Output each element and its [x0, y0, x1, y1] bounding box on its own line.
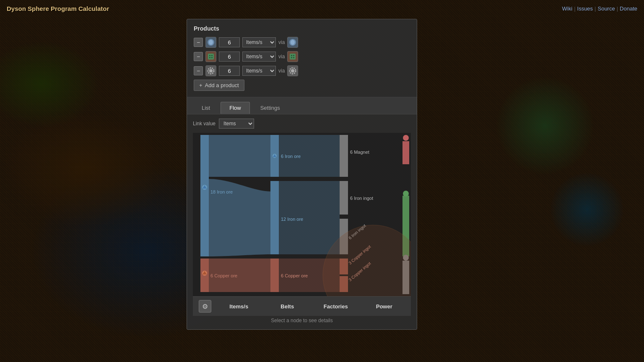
product-qty-1[interactable] — [219, 37, 240, 47]
product-row-2: − Items/sBeltsFactories via — [194, 51, 410, 62]
product-icon-1[interactable] — [205, 37, 216, 48]
svg-rect-29 — [340, 135, 348, 177]
header: Dyson Sphere Program Calculator Wiki | I… — [0, 0, 644, 17]
add-product-label: Add a product — [205, 82, 239, 88]
svg-rect-23 — [270, 181, 279, 254]
svg-point-16 — [291, 69, 294, 72]
tab-settings[interactable]: Settings — [252, 102, 289, 114]
product-via-icon-1[interactable] — [287, 37, 298, 48]
flow-section: Link value ItemsBeltsFactories 18 Iron o… — [187, 114, 417, 329]
product-row-1: − Items/sBeltsFactories via — [194, 37, 410, 48]
svg-point-14 — [209, 69, 213, 72]
link-value-row: Link value ItemsBeltsFactories — [193, 119, 411, 129]
footer-belts-header: Belts — [267, 303, 309, 310]
svg-rect-11 — [293, 55, 294, 56]
svg-rect-8 — [211, 57, 213, 58]
svg-text:6 Magnet: 6 Magnet — [350, 150, 369, 155]
product-icon-3[interactable] — [205, 65, 216, 76]
svg-point-1 — [209, 40, 213, 45]
product-via-icon-2[interactable] — [287, 51, 298, 62]
product-row-3: − Items/sBeltsFactories via — [194, 65, 410, 76]
via-label-3: via — [278, 68, 285, 74]
via-label-2: via — [278, 54, 285, 59]
add-product-button[interactable]: + Add a product — [194, 80, 244, 91]
svg-rect-7 — [209, 57, 210, 58]
flow-svg: 18 Iron ore 6 Iron ore 12 Iron ore 6 Cop… — [193, 133, 411, 296]
footer-status-text: Select a node to see details — [193, 316, 411, 325]
tabs-bar: List Flow Settings — [187, 98, 417, 114]
wiki-link[interactable]: Wiki — [562, 5, 573, 12]
product-unit-2[interactable]: Items/sBeltsFactories — [242, 52, 276, 62]
sep-1: | — [574, 5, 575, 12]
footer-power-header: Power — [364, 303, 405, 310]
issues-link[interactable]: Issues — [577, 5, 593, 12]
header-links: Wiki | Issues | Source | Donate — [562, 5, 637, 12]
products-title: Products — [194, 25, 410, 32]
footer-gear-icon: ⚙ — [202, 303, 208, 310]
main-panel: Products − Items/sBeltsFactories via − — [187, 19, 417, 330]
donate-link[interactable]: Donate — [620, 5, 637, 12]
svg-rect-9 — [290, 54, 296, 59]
flow-diagram[interactable]: 18 Iron ore 6 Iron ore 12 Iron ore 6 Cop… — [193, 133, 411, 296]
remove-product-3[interactable]: − — [194, 66, 203, 75]
product-via-icon-3[interactable] — [287, 65, 298, 76]
svg-rect-27 — [270, 259, 279, 292]
remove-product-1[interactable]: − — [194, 38, 203, 47]
footer-items-header: Items/s — [218, 303, 260, 310]
product-icon-2[interactable] — [205, 51, 216, 62]
svg-rect-19 — [200, 135, 209, 256]
remove-product-2[interactable]: − — [194, 52, 203, 61]
tab-flow[interactable]: Flow — [221, 102, 249, 114]
products-section: Products − Items/sBeltsFactories via − — [187, 19, 417, 98]
link-value-label: Link value — [193, 121, 216, 127]
sep-3: | — [617, 5, 618, 12]
footer-factories-header: Factories — [315, 303, 357, 310]
svg-rect-10 — [291, 55, 292, 56]
source-link[interactable]: Source — [597, 5, 615, 12]
footer-bar: ⚙ Items/s Belts Factories Power — [193, 296, 411, 316]
product-unit-1[interactable]: Items/sBeltsFactories — [242, 37, 276, 47]
add-icon: + — [199, 82, 203, 88]
via-label-1: via — [278, 39, 285, 45]
product-unit-3[interactable]: Items/sBeltsFactories — [242, 66, 276, 76]
product-qty-3[interactable] — [219, 66, 240, 76]
app-title: Dyson Sphere Program Calculator — [7, 5, 109, 12]
svg-rect-39 — [402, 141, 409, 164]
svg-point-3 — [291, 40, 295, 45]
product-qty-2[interactable] — [219, 52, 240, 62]
svg-rect-31 — [340, 181, 348, 215]
svg-rect-12 — [291, 57, 292, 58]
svg-rect-6 — [211, 55, 213, 56]
sep-2: | — [595, 5, 596, 12]
svg-rect-4 — [208, 54, 214, 59]
svg-text:6 Iron ingot: 6 Iron ingot — [350, 196, 373, 201]
footer-settings-button[interactable]: ⚙ — [199, 300, 211, 313]
svg-rect-5 — [209, 55, 210, 56]
tabs-section: List Flow Settings Link value ItemsBelts… — [187, 98, 417, 329]
svg-rect-13 — [293, 57, 294, 58]
svg-point-42 — [403, 135, 409, 141]
svg-point-43 — [403, 191, 409, 197]
tab-list[interactable]: List — [193, 102, 219, 114]
link-value-select[interactable]: ItemsBeltsFactories — [219, 119, 254, 129]
